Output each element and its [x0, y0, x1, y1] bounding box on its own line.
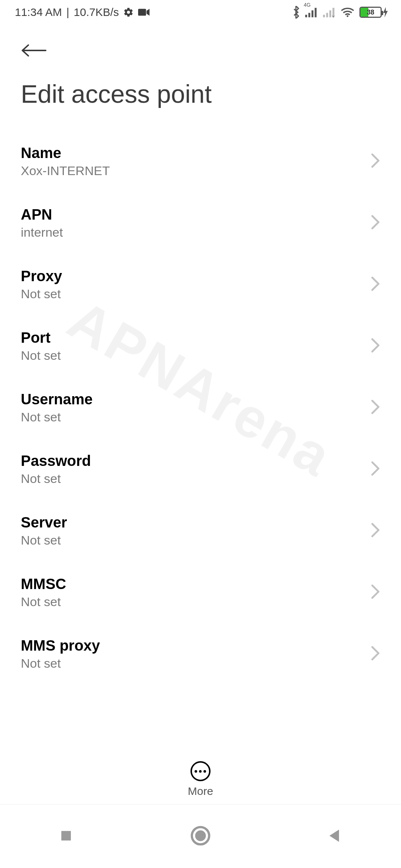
chevron-right-icon [371, 522, 380, 539]
status-net-speed: 10.7KB/s [74, 6, 119, 19]
setting-row-mmsc[interactable]: MMSC Not set [0, 562, 401, 623]
nav-back-button[interactable] [327, 828, 343, 845]
setting-value: Not set [21, 471, 371, 486]
android-nav-bar [0, 804, 401, 868]
charging-icon [383, 7, 388, 17]
svg-rect-6 [326, 13, 328, 17]
setting-label: APN [21, 206, 371, 223]
signal-1-icon: 4G [305, 7, 318, 17]
svg-rect-11 [61, 831, 71, 841]
svg-rect-7 [329, 10, 331, 17]
page-title: Edit access point [21, 79, 380, 108]
bluetooth-icon [292, 6, 300, 19]
svg-rect-1 [305, 15, 307, 17]
more-label: More [188, 785, 213, 798]
setting-row-port[interactable]: Port Not set [0, 315, 401, 377]
setting-row-username[interactable]: Username Not set [0, 377, 401, 438]
setting-label: Server [21, 514, 371, 531]
chevron-right-icon [371, 399, 380, 416]
setting-label: Proxy [21, 268, 371, 285]
svg-rect-0 [138, 9, 146, 16]
settings-list: Name Xox-INTERNET APN internet Proxy Not… [0, 131, 401, 685]
setting-value: Not set [21, 656, 371, 671]
chevron-right-icon [371, 276, 380, 293]
setting-value: Not set [21, 533, 371, 548]
battery-indicator: 38 [359, 7, 388, 18]
wifi-icon [341, 7, 354, 17]
svg-rect-2 [309, 13, 310, 17]
arrow-left-icon [21, 43, 47, 58]
setting-value: Xox-INTERNET [21, 164, 371, 178]
svg-rect-4 [315, 8, 317, 17]
setting-label: MMS proxy [21, 637, 371, 654]
setting-value: Not set [21, 348, 371, 363]
setting-row-mms-proxy[interactable]: MMS proxy Not set [0, 623, 401, 685]
svg-point-10 [347, 15, 349, 17]
setting-label: Username [21, 391, 371, 408]
video-icon [138, 8, 150, 17]
more-button[interactable]: More [188, 761, 213, 798]
chevron-right-icon [371, 214, 380, 231]
chevron-right-icon [371, 584, 380, 601]
status-bar: 11:34 AM | 10.7KB/s 4G x 38 [0, 0, 401, 24]
setting-row-name[interactable]: Name Xox-INTERNET [0, 131, 401, 192]
setting-row-password[interactable]: Password Not set [0, 438, 401, 500]
status-separator: | [66, 6, 69, 19]
setting-value: Not set [21, 595, 371, 609]
status-time: 11:34 AM [15, 6, 62, 19]
nav-home-button[interactable] [190, 825, 211, 848]
chevron-right-icon [371, 645, 380, 662]
setting-value: Not set [21, 410, 371, 424]
chevron-right-icon [371, 461, 380, 478]
svg-rect-5 [323, 15, 325, 17]
svg-text:x: x [332, 13, 335, 17]
signal-2-icon: x [323, 7, 336, 17]
settings-icon [123, 7, 134, 17]
svg-point-13 [195, 830, 206, 841]
chevron-right-icon [371, 338, 380, 355]
setting-value: internet [21, 225, 371, 240]
setting-label: Name [21, 145, 371, 161]
setting-label: MMSC [21, 576, 371, 592]
setting-row-apn[interactable]: APN internet [0, 192, 401, 254]
setting-label: Port [21, 329, 371, 346]
nav-recent-button[interactable] [58, 828, 74, 845]
setting-label: Password [21, 453, 371, 469]
more-icon [190, 761, 211, 781]
setting-row-proxy[interactable]: Proxy Not set [0, 254, 401, 315]
bottom-action-bar: More [0, 749, 401, 804]
svg-rect-3 [312, 10, 313, 17]
setting-row-server[interactable]: Server Not set [0, 500, 401, 562]
setting-value: Not set [21, 287, 371, 301]
chevron-right-icon [371, 153, 380, 170]
back-button[interactable] [21, 39, 50, 62]
